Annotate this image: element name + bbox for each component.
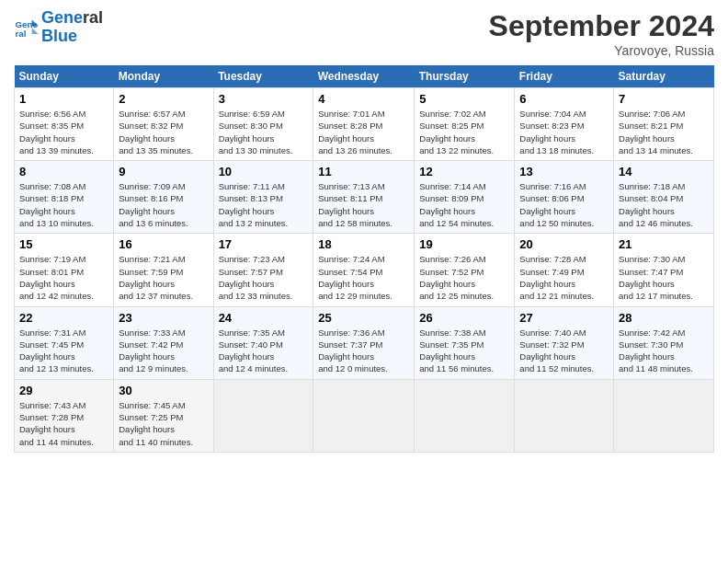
col-monday: Monday bbox=[114, 65, 213, 88]
day-number: 17 bbox=[219, 237, 309, 251]
location: Yarovoye, Russia bbox=[489, 43, 714, 58]
day-info: Sunrise: 7:42 AM Sunset: 7:30 PM Dayligh… bbox=[619, 327, 709, 375]
day-number: 18 bbox=[318, 237, 409, 251]
day-number: 27 bbox=[519, 311, 609, 325]
day-info: Sunrise: 7:45 AM Sunset: 7:25 PM Dayligh… bbox=[119, 399, 208, 448]
day-info: Sunrise: 6:56 AM Sunset: 8:35 PM Dayligh… bbox=[19, 108, 108, 156]
table-row: 17 Sunrise: 7:23 AM Sunset: 7:57 PM Dayl… bbox=[213, 234, 313, 306]
day-info: Sunrise: 7:35 AM Sunset: 7:40 PM Dayligh… bbox=[219, 327, 309, 375]
table-row: 13 Sunrise: 7:16 AM Sunset: 8:06 PM Dayl… bbox=[515, 161, 614, 234]
table-row: 12 Sunrise: 7:14 AM Sunset: 8:09 PM Dayl… bbox=[415, 161, 515, 234]
calendar-week-row: 15 Sunrise: 7:19 AM Sunset: 8:01 PM Dayl… bbox=[15, 234, 714, 306]
day-info: Sunrise: 7:09 AM Sunset: 8:16 PM Dayligh… bbox=[119, 180, 208, 229]
day-number: 6 bbox=[519, 92, 609, 106]
day-info: Sunrise: 7:13 AM Sunset: 8:11 PM Dayligh… bbox=[318, 180, 409, 229]
table-row: 26 Sunrise: 7:38 AM Sunset: 7:35 PM Dayl… bbox=[415, 306, 515, 379]
calendar-table: Sunday Monday Tuesday Wednesday Thursday… bbox=[14, 65, 714, 453]
table-row: 21 Sunrise: 7:30 AM Sunset: 7:47 PM Dayl… bbox=[614, 234, 714, 306]
title-block: September 2024 Yarovoye, Russia bbox=[489, 9, 714, 58]
day-number: 8 bbox=[19, 165, 108, 178]
table-row: 20 Sunrise: 7:28 AM Sunset: 7:49 PM Dayl… bbox=[515, 234, 614, 306]
day-info: Sunrise: 7:08 AM Sunset: 8:18 PM Dayligh… bbox=[19, 180, 108, 229]
day-info: Sunrise: 7:26 AM Sunset: 7:52 PM Dayligh… bbox=[419, 253, 509, 302]
day-number: 28 bbox=[619, 311, 709, 325]
day-number: 4 bbox=[318, 92, 409, 106]
table-row bbox=[614, 379, 714, 452]
day-number: 30 bbox=[119, 384, 208, 397]
day-info: Sunrise: 7:01 AM Sunset: 8:28 PM Dayligh… bbox=[318, 108, 409, 156]
calendar-week-row: 1 Sunrise: 6:56 AM Sunset: 8:35 PM Dayli… bbox=[15, 88, 714, 161]
day-info: Sunrise: 7:31 AM Sunset: 7:45 PM Dayligh… bbox=[19, 327, 108, 375]
day-info: Sunrise: 7:40 AM Sunset: 7:32 PM Dayligh… bbox=[519, 327, 609, 375]
day-number: 14 bbox=[619, 165, 709, 178]
table-row: 10 Sunrise: 7:11 AM Sunset: 8:13 PM Dayl… bbox=[213, 161, 313, 234]
table-row: 29 Sunrise: 7:43 AM Sunset: 7:28 PM Dayl… bbox=[15, 379, 114, 452]
table-row: 25 Sunrise: 7:36 AM Sunset: 7:37 PM Dayl… bbox=[313, 306, 415, 379]
calendar-container: Gene ral GeneralBlue September 2024 Yaro… bbox=[0, 0, 728, 462]
table-row: 16 Sunrise: 7:21 AM Sunset: 7:59 PM Dayl… bbox=[114, 234, 213, 306]
day-info: Sunrise: 7:18 AM Sunset: 8:04 PM Dayligh… bbox=[619, 180, 709, 229]
table-row: 7 Sunrise: 7:06 AM Sunset: 8:21 PM Dayli… bbox=[614, 88, 714, 161]
day-number: 1 bbox=[19, 92, 108, 106]
calendar-week-row: 29 Sunrise: 7:43 AM Sunset: 7:28 PM Dayl… bbox=[15, 379, 714, 452]
table-row bbox=[313, 379, 415, 452]
day-number: 10 bbox=[219, 165, 309, 178]
day-number: 2 bbox=[119, 92, 208, 106]
day-number: 23 bbox=[119, 311, 208, 325]
day-info: Sunrise: 7:11 AM Sunset: 8:13 PM Dayligh… bbox=[219, 180, 309, 229]
day-info: Sunrise: 7:02 AM Sunset: 8:25 PM Dayligh… bbox=[419, 108, 509, 156]
day-number: 26 bbox=[419, 311, 509, 325]
day-number: 20 bbox=[519, 237, 609, 251]
col-friday: Friday bbox=[515, 65, 614, 88]
day-info: Sunrise: 7:23 AM Sunset: 7:57 PM Dayligh… bbox=[219, 253, 309, 302]
day-info: Sunrise: 6:57 AM Sunset: 8:32 PM Dayligh… bbox=[119, 108, 208, 156]
day-number: 13 bbox=[519, 165, 609, 178]
col-thursday: Thursday bbox=[415, 65, 515, 88]
table-row: 24 Sunrise: 7:35 AM Sunset: 7:40 PM Dayl… bbox=[213, 306, 313, 379]
logo-icon: Gene ral bbox=[14, 15, 40, 40]
day-number: 25 bbox=[318, 311, 409, 325]
day-number: 22 bbox=[19, 311, 108, 325]
day-number: 3 bbox=[219, 92, 309, 106]
table-row: 30 Sunrise: 7:45 AM Sunset: 7:25 PM Dayl… bbox=[114, 379, 213, 452]
day-number: 9 bbox=[119, 165, 208, 178]
table-row: 14 Sunrise: 7:18 AM Sunset: 8:04 PM Dayl… bbox=[614, 161, 714, 234]
day-info: Sunrise: 7:43 AM Sunset: 7:28 PM Dayligh… bbox=[19, 399, 108, 448]
table-row: 5 Sunrise: 7:02 AM Sunset: 8:25 PM Dayli… bbox=[415, 88, 515, 161]
table-row bbox=[415, 379, 515, 452]
table-row bbox=[515, 379, 614, 452]
calendar-week-row: 22 Sunrise: 7:31 AM Sunset: 7:45 PM Dayl… bbox=[15, 306, 714, 379]
col-sunday: Sunday bbox=[15, 65, 114, 88]
day-number: 24 bbox=[219, 311, 309, 325]
table-row: 9 Sunrise: 7:09 AM Sunset: 8:16 PM Dayli… bbox=[114, 161, 213, 234]
day-info: Sunrise: 7:30 AM Sunset: 7:47 PM Dayligh… bbox=[619, 253, 709, 302]
table-row: 18 Sunrise: 7:24 AM Sunset: 7:54 PM Dayl… bbox=[313, 234, 415, 306]
day-info: Sunrise: 7:06 AM Sunset: 8:21 PM Dayligh… bbox=[619, 108, 709, 156]
header: Gene ral GeneralBlue September 2024 Yaro… bbox=[14, 9, 714, 58]
table-row: 1 Sunrise: 6:56 AM Sunset: 8:35 PM Dayli… bbox=[15, 88, 114, 161]
day-number: 29 bbox=[19, 384, 108, 397]
weekday-header-row: Sunday Monday Tuesday Wednesday Thursday… bbox=[15, 65, 714, 88]
table-row bbox=[213, 379, 313, 452]
logo: Gene ral GeneralBlue bbox=[14, 9, 103, 46]
table-row: 27 Sunrise: 7:40 AM Sunset: 7:32 PM Dayl… bbox=[515, 306, 614, 379]
col-wednesday: Wednesday bbox=[313, 65, 415, 88]
calendar-week-row: 8 Sunrise: 7:08 AM Sunset: 8:18 PM Dayli… bbox=[15, 161, 714, 234]
day-number: 16 bbox=[119, 237, 208, 251]
table-row: 28 Sunrise: 7:42 AM Sunset: 7:30 PM Dayl… bbox=[614, 306, 714, 379]
day-info: Sunrise: 7:36 AM Sunset: 7:37 PM Dayligh… bbox=[318, 327, 409, 375]
table-row: 2 Sunrise: 6:57 AM Sunset: 8:32 PM Dayli… bbox=[114, 88, 213, 161]
col-saturday: Saturday bbox=[614, 65, 714, 88]
table-row: 22 Sunrise: 7:31 AM Sunset: 7:45 PM Dayl… bbox=[15, 306, 114, 379]
day-number: 21 bbox=[619, 237, 709, 251]
table-row: 8 Sunrise: 7:08 AM Sunset: 8:18 PM Dayli… bbox=[15, 161, 114, 234]
day-info: Sunrise: 7:21 AM Sunset: 7:59 PM Dayligh… bbox=[119, 253, 208, 302]
day-number: 12 bbox=[419, 165, 509, 178]
day-number: 11 bbox=[318, 165, 409, 178]
day-info: Sunrise: 7:19 AM Sunset: 8:01 PM Dayligh… bbox=[19, 253, 108, 302]
day-info: Sunrise: 7:04 AM Sunset: 8:23 PM Dayligh… bbox=[519, 108, 609, 156]
table-row: 11 Sunrise: 7:13 AM Sunset: 8:11 PM Dayl… bbox=[313, 161, 415, 234]
day-info: Sunrise: 7:33 AM Sunset: 7:42 PM Dayligh… bbox=[119, 327, 208, 375]
table-row: 6 Sunrise: 7:04 AM Sunset: 8:23 PM Dayli… bbox=[515, 88, 614, 161]
day-info: Sunrise: 7:28 AM Sunset: 7:49 PM Dayligh… bbox=[519, 253, 609, 302]
